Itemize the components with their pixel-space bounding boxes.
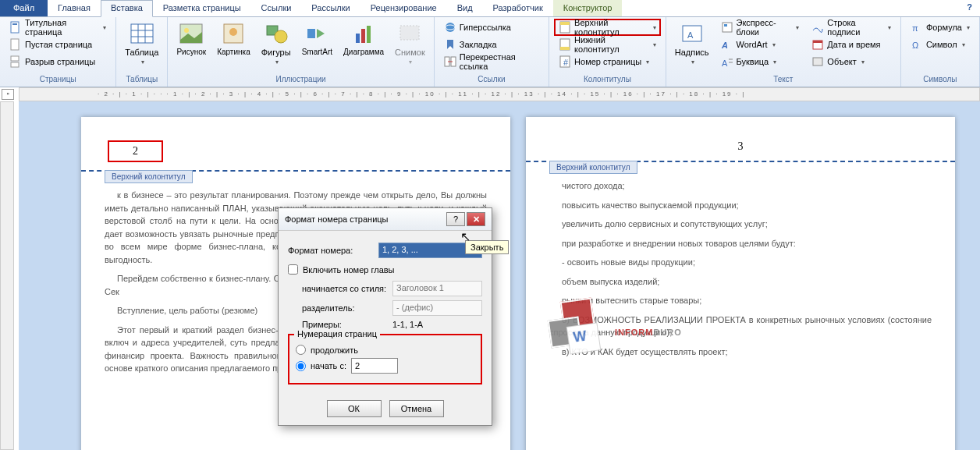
tab-layout[interactable]: Разметка страницы bbox=[153, 0, 251, 16]
header-button[interactable]: Верхний колонтитул▾ bbox=[554, 19, 661, 36]
svg-text:Ω: Ω bbox=[912, 41, 918, 50]
group-text-label: Текст bbox=[671, 73, 896, 85]
hyperlink-icon bbox=[444, 21, 456, 34]
sigline-button[interactable]: Строка подписи▾ bbox=[807, 19, 896, 36]
shapes-icon bbox=[264, 21, 289, 46]
cancel-button[interactable]: Отмена bbox=[389, 400, 444, 417]
quickparts-button[interactable]: Экспресс-блоки▾ bbox=[716, 19, 804, 36]
numbering-legend: Нумерация страниц bbox=[294, 329, 380, 338]
svg-point-22 bbox=[446, 23, 455, 32]
vertical-ruler[interactable] bbox=[0, 101, 14, 450]
sigline-icon bbox=[811, 21, 824, 34]
shapes-button[interactable]: Фигуры ▾ bbox=[257, 19, 295, 69]
pagenum-button[interactable]: #Номер страницы▾ bbox=[554, 53, 661, 70]
svg-point-11 bbox=[184, 28, 189, 33]
continue-radio[interactable] bbox=[296, 345, 306, 355]
wordart-icon: A bbox=[721, 38, 733, 51]
p2-6: объем выпуска изделий; bbox=[549, 275, 932, 289]
page-2[interactable]: 3 Верхний колонтитул чистого дохода; пов… bbox=[526, 117, 955, 450]
horizontal-ruler[interactable] bbox=[19, 87, 980, 101]
datetime-label: Дата и время bbox=[827, 40, 880, 49]
symbol-icon: Ω bbox=[911, 38, 923, 51]
svg-point-13 bbox=[229, 28, 237, 36]
cover-page-label: Титульная страница bbox=[25, 18, 98, 37]
cover-page-button[interactable]: Титульная страница▾ bbox=[5, 19, 111, 36]
footer-button[interactable]: Нижний колонтитул▾ bbox=[554, 36, 661, 53]
crossref-button[interactable]: Перекрестная ссылка bbox=[439, 53, 544, 70]
svg-rect-43 bbox=[813, 41, 822, 43]
textbox-icon: A bbox=[680, 21, 705, 46]
object-label: Объект bbox=[827, 57, 856, 66]
header-tag: Верхний колонтитул bbox=[105, 170, 193, 183]
dialog-titlebar[interactable]: Формат номера страницы ? ✕ bbox=[279, 208, 492, 231]
dropcap-label: Буквица bbox=[737, 57, 769, 66]
group-symbols-label: Символы bbox=[906, 73, 975, 85]
close-tooltip: Закрыть bbox=[465, 240, 509, 254]
svg-point-15 bbox=[275, 30, 287, 43]
svg-text:π: π bbox=[912, 23, 918, 33]
picture-button[interactable]: Рисунок bbox=[172, 19, 210, 58]
smartart-button[interactable]: SmartArt bbox=[298, 19, 336, 58]
tab-references[interactable]: Ссылки bbox=[251, 0, 302, 16]
tab-review[interactable]: Рецензирование bbox=[360, 0, 447, 16]
page-break-button[interactable]: Разрыв страницы bbox=[5, 53, 111, 70]
symbol-button[interactable]: ΩСимвол▾ bbox=[906, 36, 975, 53]
continue-label: продолжить bbox=[311, 345, 358, 355]
dropcap-button[interactable]: AБуквица▾ bbox=[716, 53, 804, 70]
screenshot-label: Снимок bbox=[395, 48, 425, 57]
screenshot-button[interactable]: Снимок▾ bbox=[391, 19, 429, 69]
ok-button[interactable]: ОК bbox=[327, 400, 382, 417]
watermark-text1: INFORM bbox=[615, 328, 653, 337]
chart-icon bbox=[351, 21, 376, 46]
table-button[interactable]: Таблица▾ bbox=[121, 19, 162, 69]
chart-button[interactable]: Диаграмма bbox=[339, 19, 388, 58]
include-chapter-checkbox[interactable] bbox=[288, 264, 298, 275]
numbering-fieldset: Нумерация страниц продолжить начать с: bbox=[288, 334, 482, 384]
dialog-close-button[interactable]: ✕ bbox=[467, 212, 485, 226]
smartart-icon bbox=[304, 21, 329, 46]
clipart-button[interactable]: Картинка bbox=[213, 19, 254, 58]
starts-style-label: начинается со стиля: bbox=[302, 284, 388, 293]
tab-developer[interactable]: Разработчик bbox=[483, 0, 553, 16]
tab-bar: Файл Главная Вставка Разметка страницы С… bbox=[0, 0, 980, 17]
table-icon bbox=[130, 21, 154, 46]
svg-text:#: # bbox=[563, 58, 569, 67]
textbox-button[interactable]: AНадпись▾ bbox=[671, 19, 713, 69]
screenshot-icon bbox=[397, 21, 422, 46]
dialog-help-button[interactable]: ? bbox=[446, 212, 465, 226]
ruler-toggle[interactable]: ▫ bbox=[2, 89, 14, 100]
pagenum-icon: # bbox=[559, 55, 571, 68]
separator-label: разделитель: bbox=[302, 303, 388, 313]
tab-file[interactable]: Файл bbox=[0, 0, 48, 16]
blank-page-button[interactable]: Пустая страница bbox=[5, 36, 111, 53]
watermark: W INFORMBURO bbox=[546, 296, 682, 359]
svg-rect-18 bbox=[356, 34, 360, 43]
tab-view[interactable]: Вид bbox=[447, 0, 483, 16]
svg-text:A: A bbox=[721, 41, 728, 50]
sigline-label: Строка подписи bbox=[827, 18, 883, 37]
hyperlink-button[interactable]: Гиперссылка bbox=[439, 19, 544, 36]
svg-rect-44 bbox=[813, 58, 822, 66]
chart-label: Диаграмма bbox=[343, 48, 384, 56]
p2-5: - освоить новые виды продукции; bbox=[549, 256, 932, 269]
tab-mailings[interactable]: Рассылки bbox=[301, 0, 360, 16]
datetime-button[interactable]: Дата и время bbox=[807, 36, 896, 53]
start-at-input[interactable] bbox=[351, 358, 398, 374]
group-headerfooter-label: Колонтитулы bbox=[554, 73, 661, 85]
equation-icon: π bbox=[911, 21, 923, 34]
starts-style-select: Заголовок 1 bbox=[392, 281, 482, 296]
page-number-field[interactable]: 2 bbox=[108, 140, 163, 162]
tab-home[interactable]: Главная bbox=[48, 0, 101, 16]
help-icon[interactable]: ? bbox=[959, 0, 980, 16]
tab-designer[interactable]: Конструктор bbox=[553, 0, 623, 16]
tab-insert[interactable]: Вставка bbox=[101, 0, 153, 17]
equation-button[interactable]: πФормула▾ bbox=[906, 19, 975, 36]
page-icon bbox=[9, 21, 22, 34]
svg-rect-3 bbox=[11, 56, 19, 61]
bookmark-button[interactable]: Закладка bbox=[439, 36, 544, 53]
object-button[interactable]: Объект▾ bbox=[807, 53, 896, 70]
picture-icon bbox=[179, 21, 204, 46]
start-at-radio[interactable] bbox=[296, 361, 306, 371]
examples-label: Примеры: bbox=[302, 320, 388, 329]
wordart-button[interactable]: AWordArt▾ bbox=[716, 36, 804, 53]
